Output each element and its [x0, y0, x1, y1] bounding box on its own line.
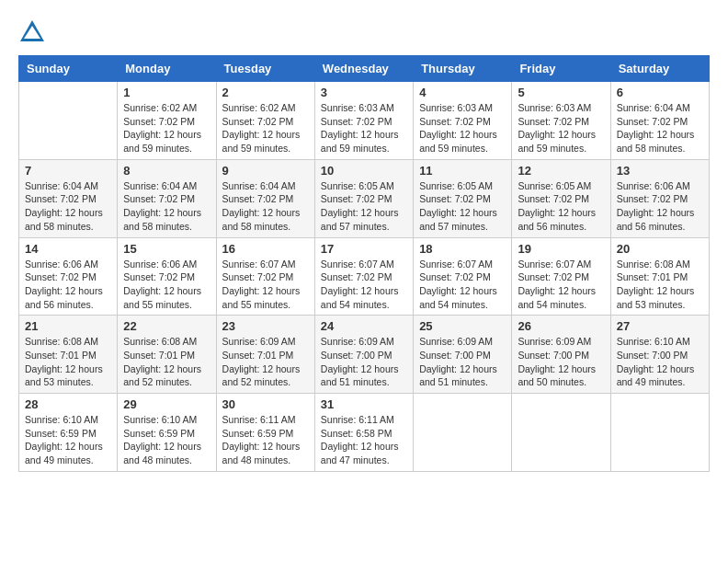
- day-info: Sunrise: 6:04 AMSunset: 7:02 PMDaylight:…: [25, 179, 111, 234]
- day-info: Sunrise: 6:11 AMSunset: 6:59 PMDaylight:…: [222, 413, 309, 467]
- calendar-cell: [414, 394, 512, 472]
- day-info: Sunrise: 6:10 AMSunset: 7:00 PMDaylight:…: [617, 335, 703, 389]
- day-info: Sunrise: 6:04 AMSunset: 7:02 PMDaylight:…: [222, 179, 309, 234]
- header-sunday: Sunday: [19, 56, 118, 82]
- calendar-cell: 14Sunrise: 6:06 AMSunset: 7:02 PMDayligh…: [19, 237, 118, 316]
- day-info: Sunrise: 6:04 AMSunset: 7:02 PMDaylight:…: [123, 179, 210, 234]
- day-number: 30: [222, 397, 309, 411]
- day-number: 22: [123, 319, 210, 333]
- page-header: [18, 18, 710, 46]
- day-info: Sunrise: 6:09 AMSunset: 7:01 PMDaylight:…: [222, 335, 309, 389]
- logo-icon: [18, 18, 46, 46]
- calendar-header-row: SundayMondayTuesdayWednesdayThursdayFrid…: [19, 56, 710, 82]
- calendar-cell: 10Sunrise: 6:05 AMSunset: 7:02 PMDayligh…: [314, 159, 413, 237]
- calendar-cell: 27Sunrise: 6:10 AMSunset: 7:00 PMDayligh…: [610, 316, 709, 394]
- day-info: Sunrise: 6:09 AMSunset: 7:00 PMDaylight:…: [518, 335, 604, 389]
- day-number: 17: [321, 242, 407, 256]
- day-number: 16: [222, 242, 309, 256]
- calendar-cell: 1Sunrise: 6:02 AMSunset: 7:02 PMDaylight…: [118, 82, 216, 160]
- calendar-cell: 30Sunrise: 6:11 AMSunset: 6:59 PMDayligh…: [216, 394, 314, 472]
- calendar-cell: 17Sunrise: 6:07 AMSunset: 7:02 PMDayligh…: [314, 237, 413, 316]
- calendar-cell: 26Sunrise: 6:09 AMSunset: 7:00 PMDayligh…: [512, 316, 610, 394]
- day-info: Sunrise: 6:05 AMSunset: 7:02 PMDaylight:…: [321, 179, 407, 234]
- calendar-cell: 20Sunrise: 6:08 AMSunset: 7:01 PMDayligh…: [610, 237, 709, 316]
- day-number: 10: [321, 164, 407, 178]
- day-number: 20: [617, 242, 703, 256]
- day-number: 9: [222, 164, 309, 178]
- day-info: Sunrise: 6:07 AMSunset: 7:02 PMDaylight:…: [518, 258, 604, 312]
- day-number: 23: [222, 319, 309, 333]
- header-thursday: Thursday: [414, 56, 512, 82]
- calendar-cell: 5Sunrise: 6:03 AMSunset: 7:02 PMDaylight…: [512, 82, 610, 160]
- day-info: Sunrise: 6:02 AMSunset: 7:02 PMDaylight:…: [222, 101, 309, 155]
- calendar-cell: 3Sunrise: 6:03 AMSunset: 7:02 PMDaylight…: [314, 82, 413, 160]
- calendar-cell: [512, 394, 610, 472]
- header-wednesday: Wednesday: [314, 56, 413, 82]
- day-number: 21: [25, 319, 111, 333]
- calendar-cell: 12Sunrise: 6:05 AMSunset: 7:02 PMDayligh…: [512, 159, 610, 237]
- calendar-cell: 2Sunrise: 6:02 AMSunset: 7:02 PMDaylight…: [216, 82, 314, 160]
- day-info: Sunrise: 6:08 AMSunset: 7:01 PMDaylight:…: [123, 335, 210, 389]
- calendar-cell: 8Sunrise: 6:04 AMSunset: 7:02 PMDaylight…: [118, 159, 216, 237]
- calendar-cell: 11Sunrise: 6:05 AMSunset: 7:02 PMDayligh…: [414, 159, 512, 237]
- week-row-0: 1Sunrise: 6:02 AMSunset: 7:02 PMDaylight…: [19, 82, 710, 160]
- calendar-table: SundayMondayTuesdayWednesdayThursdayFrid…: [18, 55, 710, 472]
- calendar-cell: 19Sunrise: 6:07 AMSunset: 7:02 PMDayligh…: [512, 237, 610, 316]
- day-number: 25: [419, 319, 506, 333]
- day-info: Sunrise: 6:11 AMSunset: 6:58 PMDaylight:…: [321, 413, 407, 467]
- calendar-cell: 23Sunrise: 6:09 AMSunset: 7:01 PMDayligh…: [216, 316, 314, 394]
- calendar-cell: [610, 394, 709, 472]
- calendar-cell: [19, 82, 118, 160]
- day-info: Sunrise: 6:08 AMSunset: 7:01 PMDaylight:…: [25, 335, 111, 389]
- week-row-3: 21Sunrise: 6:08 AMSunset: 7:01 PMDayligh…: [19, 316, 710, 394]
- day-info: Sunrise: 6:10 AMSunset: 6:59 PMDaylight:…: [25, 413, 111, 467]
- day-number: 11: [419, 164, 506, 178]
- calendar-cell: 6Sunrise: 6:04 AMSunset: 7:02 PMDaylight…: [610, 82, 709, 160]
- day-info: Sunrise: 6:10 AMSunset: 6:59 PMDaylight:…: [123, 413, 210, 467]
- calendar-cell: 31Sunrise: 6:11 AMSunset: 6:58 PMDayligh…: [314, 394, 413, 472]
- day-number: 12: [518, 164, 604, 178]
- logo: [18, 18, 50, 46]
- day-info: Sunrise: 6:09 AMSunset: 7:00 PMDaylight:…: [321, 335, 407, 389]
- day-number: 28: [25, 397, 111, 411]
- day-number: 15: [123, 242, 210, 256]
- day-info: Sunrise: 6:06 AMSunset: 7:02 PMDaylight:…: [617, 179, 703, 234]
- day-info: Sunrise: 6:07 AMSunset: 7:02 PMDaylight:…: [419, 258, 506, 312]
- calendar-cell: 16Sunrise: 6:07 AMSunset: 7:02 PMDayligh…: [216, 237, 314, 316]
- day-number: 19: [518, 242, 604, 256]
- calendar-cell: 21Sunrise: 6:08 AMSunset: 7:01 PMDayligh…: [19, 316, 118, 394]
- day-number: 4: [419, 86, 506, 99]
- day-number: 2: [222, 86, 309, 99]
- day-number: 31: [321, 397, 407, 411]
- day-info: Sunrise: 6:06 AMSunset: 7:02 PMDaylight:…: [25, 258, 111, 312]
- calendar-cell: 7Sunrise: 6:04 AMSunset: 7:02 PMDaylight…: [19, 159, 118, 237]
- calendar-cell: 25Sunrise: 6:09 AMSunset: 7:00 PMDayligh…: [414, 316, 512, 394]
- day-info: Sunrise: 6:07 AMSunset: 7:02 PMDaylight:…: [222, 258, 309, 312]
- day-number: 6: [617, 86, 703, 99]
- calendar-cell: 4Sunrise: 6:03 AMSunset: 7:02 PMDaylight…: [414, 82, 512, 160]
- day-info: Sunrise: 6:03 AMSunset: 7:02 PMDaylight:…: [419, 101, 506, 155]
- day-info: Sunrise: 6:04 AMSunset: 7:02 PMDaylight:…: [617, 101, 703, 155]
- calendar-cell: 24Sunrise: 6:09 AMSunset: 7:00 PMDayligh…: [314, 316, 413, 394]
- calendar-cell: 9Sunrise: 6:04 AMSunset: 7:02 PMDaylight…: [216, 159, 314, 237]
- day-number: 5: [518, 86, 604, 99]
- day-info: Sunrise: 6:03 AMSunset: 7:02 PMDaylight:…: [518, 101, 604, 155]
- calendar-cell: 28Sunrise: 6:10 AMSunset: 6:59 PMDayligh…: [19, 394, 118, 472]
- day-number: 8: [123, 164, 210, 178]
- day-number: 3: [321, 86, 407, 99]
- day-number: 7: [25, 164, 111, 178]
- week-row-1: 7Sunrise: 6:04 AMSunset: 7:02 PMDaylight…: [19, 159, 710, 237]
- day-info: Sunrise: 6:03 AMSunset: 7:02 PMDaylight:…: [321, 101, 407, 155]
- day-number: 18: [419, 242, 506, 256]
- day-info: Sunrise: 6:07 AMSunset: 7:02 PMDaylight:…: [321, 258, 407, 312]
- calendar-cell: 18Sunrise: 6:07 AMSunset: 7:02 PMDayligh…: [414, 237, 512, 316]
- header-friday: Friday: [512, 56, 610, 82]
- header-monday: Monday: [118, 56, 216, 82]
- calendar-cell: 15Sunrise: 6:06 AMSunset: 7:02 PMDayligh…: [118, 237, 216, 316]
- day-number: 29: [123, 397, 210, 411]
- header-saturday: Saturday: [610, 56, 709, 82]
- calendar-cell: 29Sunrise: 6:10 AMSunset: 6:59 PMDayligh…: [118, 394, 216, 472]
- day-info: Sunrise: 6:05 AMSunset: 7:02 PMDaylight:…: [419, 179, 506, 234]
- day-number: 13: [617, 164, 703, 178]
- day-number: 26: [518, 319, 604, 333]
